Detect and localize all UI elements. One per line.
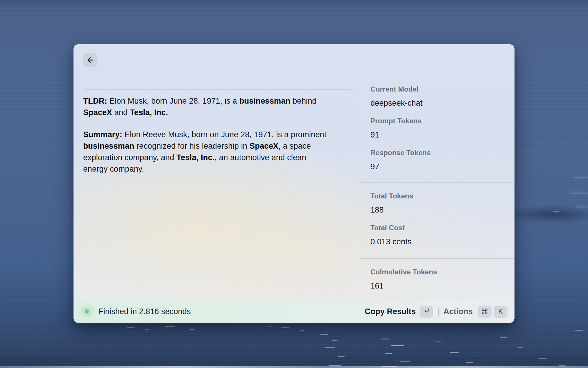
wave-shadow-bottom xyxy=(0,347,588,368)
meta-value: deepseek-chat xyxy=(370,98,507,108)
water-sparkle xyxy=(300,330,304,331)
meta-value: 161 xyxy=(370,281,507,291)
meta-current-model: Current Model deepseek-chat xyxy=(370,85,507,108)
water-sparkle xyxy=(325,347,335,348)
water-sparkle xyxy=(127,327,135,328)
water-sparkle xyxy=(500,337,507,338)
water-sparkle xyxy=(320,334,328,335)
water-sparkle xyxy=(563,214,567,214)
water-sparkle xyxy=(332,340,338,341)
back-button[interactable] xyxy=(83,53,97,67)
meta-value: 97 xyxy=(370,162,507,172)
water-sparkle xyxy=(559,365,566,366)
water-sparkle xyxy=(338,356,345,357)
horizontal-rule xyxy=(83,89,353,89)
meta-label: Total Tokens xyxy=(370,192,507,200)
meta-value: 0.013 cents xyxy=(370,237,507,247)
sidebar-section-usage: Current Model deepseek-chat Prompt Token… xyxy=(360,76,514,183)
summary-paragraph: Summary: Elon Reeve Musk, born on June 2… xyxy=(83,129,357,175)
wave-crest xyxy=(0,366,588,368)
water-sparkle xyxy=(266,326,273,326)
water-sparkle xyxy=(575,330,583,331)
action-bar: Finished in 2.816 seconds Copy Results A… xyxy=(74,300,514,323)
water-sparkle xyxy=(400,361,410,362)
water-sparkle xyxy=(538,358,547,359)
metadata-sidebar: Current Model deepseek-chat Prompt Token… xyxy=(360,76,514,300)
water-sparkle xyxy=(476,355,481,355)
status-dot xyxy=(85,309,89,314)
actions-menu-button[interactable]: Actions ⌘ K xyxy=(443,306,507,318)
meta-cumulative-tokens: Culmulative Tokens 161 xyxy=(370,268,507,291)
water-sparkle xyxy=(391,345,404,346)
wave-shadow xyxy=(512,206,588,223)
water-sparkle xyxy=(435,342,441,342)
meta-total-cost: Total Cost 0.013 cents xyxy=(370,223,507,247)
arrow-left-icon xyxy=(86,56,94,64)
meta-value: 188 xyxy=(370,205,507,215)
k-key[interactable]: K xyxy=(494,306,507,318)
copy-results-label: Copy Results xyxy=(365,307,416,316)
meta-label: Response Tokens xyxy=(370,148,507,157)
command-key[interactable]: ⌘ xyxy=(478,306,492,318)
water-glint xyxy=(570,192,588,194)
water-sparkle xyxy=(189,329,195,330)
actions-label: Actions xyxy=(443,307,473,316)
sidebar-section-cumulative: Culmulative Tokens 161 xyxy=(360,258,514,300)
raycast-window: TLDR: Elon Musk, born June 28, 1971, is … xyxy=(74,44,514,323)
result-document[interactable]: TLDR: Elon Musk, born June 28, 1971, is … xyxy=(74,76,360,300)
sidebar-section-totals: Total Tokens 188 Total Cost 0.013 cents xyxy=(360,183,514,258)
water-sparkle xyxy=(553,211,559,212)
action-bar-right: Copy Results Actions ⌘ K xyxy=(365,306,507,318)
meta-value: 91 xyxy=(370,130,507,140)
water-sparkle xyxy=(329,365,341,366)
meta-label: Culmulative Tokens xyxy=(370,268,507,276)
meta-response-tokens: Response Tokens 97 xyxy=(370,148,507,172)
water-glint xyxy=(574,177,588,178)
water-sparkle xyxy=(450,352,459,353)
water-sparkle xyxy=(548,333,552,333)
water-sparkle xyxy=(206,327,209,327)
water-sparkle xyxy=(145,329,149,330)
meta-label: Current Model xyxy=(370,85,507,93)
meta-label: Prompt Tokens xyxy=(370,117,507,125)
water-sparkle xyxy=(466,362,473,363)
return-key-icon xyxy=(423,307,430,316)
water-sparkle xyxy=(281,327,290,328)
action-bar-divider xyxy=(438,308,439,316)
water-sparkle xyxy=(165,326,175,327)
meta-total-tokens: Total Tokens 188 xyxy=(370,192,507,215)
meta-prompt-tokens: Prompt Tokens 91 xyxy=(370,117,507,140)
water-sparkle xyxy=(517,347,523,348)
horizontal-rule xyxy=(83,123,353,123)
water-sparkle xyxy=(382,366,397,367)
copy-results-button[interactable]: Copy Results xyxy=(365,306,434,318)
content-area: TLDR: Elon Musk, born June 28, 1971, is … xyxy=(74,76,514,300)
meta-label: Total Cost xyxy=(370,223,507,232)
window-header xyxy=(74,44,514,76)
tldr-paragraph: TLDR: Elon Musk, born June 28, 1971, is … xyxy=(83,95,357,118)
water-sparkle xyxy=(385,353,392,354)
water-glint xyxy=(575,206,588,208)
water-sparkle xyxy=(381,339,390,339)
status-text: Finished in 2.816 seconds xyxy=(98,307,191,316)
return-key[interactable] xyxy=(420,306,433,318)
